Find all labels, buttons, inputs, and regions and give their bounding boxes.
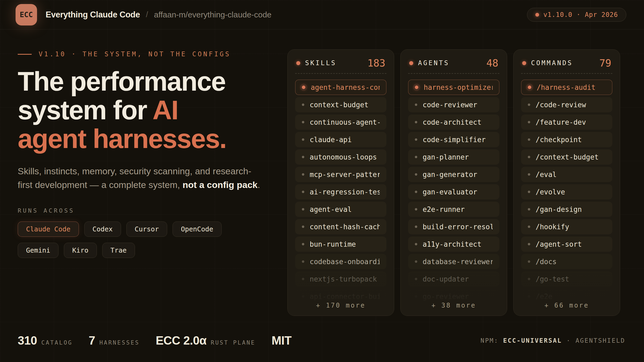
item-dot-icon [302,173,304,176]
item-dot-icon [528,278,530,280]
list-item[interactable]: /eval [521,167,612,182]
item-label: /gan-design [536,205,582,213]
list-item[interactable]: content-hash-cache-p… [295,219,386,234]
item-dot-icon [415,138,417,141]
harness-pill[interactable]: Cursor [126,221,167,237]
column-dot-icon [522,61,526,65]
list-item[interactable]: /docs [521,254,612,269]
harness-pills: Claude CodeCodexCursorOpenCodeGeminiKiro… [18,221,265,258]
harness-pill[interactable]: Trae [102,243,135,258]
footer-stat: MIT [272,334,291,347]
item-label: /docs [536,258,557,266]
list-item[interactable]: harness-optimizer [408,80,499,95]
list-item[interactable]: /agent-sort [521,237,612,252]
list-item[interactable]: doc-updater [408,271,499,287]
column-commands: COMMANDS79/harness-audit/code-review/fea… [513,49,620,316]
list-item[interactable]: database-reviewer [408,254,499,269]
list-item[interactable]: nextjs-turbopack [295,271,386,287]
item-label: /code-review [536,101,586,109]
list-item[interactable]: ai-regression-testing [295,184,386,200]
stat-label: CATALOG [41,339,73,346]
column-skills: SKILLS183agent-harness-constr…context-bu… [287,49,394,316]
list-item[interactable]: agent-harness-constr… [295,80,386,95]
list-item[interactable]: build-error-resolver [408,219,499,234]
headline-accent: agent harnesses. [18,124,226,154]
item-dot-icon [415,278,417,280]
harness-pill[interactable]: Codex [84,221,121,237]
list-item[interactable]: code-architect [408,114,499,130]
item-label: agent-harness-constr… [311,83,380,91]
list-item[interactable]: mcp-server-patterns [295,167,386,182]
item-label: /feature-dev [536,118,586,126]
stat-label: HARNESSES [99,339,140,346]
page-title: The performance system for AI agent harn… [18,67,273,153]
list-item[interactable]: /harness-audit [521,80,612,95]
column-count: 183 [367,57,385,69]
list-item[interactable]: bun-runtime [295,237,386,252]
item-label: bun-runtime [310,240,356,248]
list-item[interactable]: e2e-runner [408,202,499,217]
column-title: SKILLS [305,59,336,67]
item-label: content-hash-cache-p… [310,223,380,231]
runs-across-label: RUNS ACROSS [18,207,273,214]
harness-pill[interactable]: Kiro [64,243,97,258]
list-item[interactable]: /evolve [521,184,612,200]
list-item[interactable]: agent-eval [295,202,386,217]
stat-value: ECC 2.0α [156,334,206,347]
item-label: /eval [536,171,557,179]
stat-value: MIT [272,334,291,347]
list-item[interactable]: /gan-design [521,202,612,217]
app-logo[interactable]: ECC [16,4,37,25]
item-label: context-budget [310,101,368,109]
list-item[interactable]: gan-generator [408,167,499,182]
column-divider [408,73,499,74]
list-item[interactable]: claude-api [295,132,386,147]
item-dot-icon [302,191,304,193]
headline-accent: AI [152,95,178,125]
item-label: code-reviewer [423,101,477,109]
item-label: /harness-audit [537,83,595,91]
item-label: code-architect [423,118,481,126]
item-dot-icon [415,104,417,106]
npm-package: ECC-UNIVERSAL [503,337,562,344]
item-label: claude-api [310,136,352,144]
item-dot-icon [302,226,304,228]
item-dot-icon [302,104,304,106]
npm-label: NPM: [481,337,499,344]
npm-line: NPM: ECC-UNIVERSAL · AGENTSHIELD [481,337,625,344]
list-item[interactable]: a11y-architect [408,237,499,252]
item-label: e2e-runner [423,205,465,213]
list-item[interactable]: /feature-dev [521,114,612,130]
item-dot-icon [528,173,530,176]
harness-pill[interactable]: Claude Code [18,221,79,237]
more-count: + 170 more [288,302,394,309]
item-label: agent-eval [310,205,352,213]
list-item[interactable]: codebase-onboarding [295,254,386,269]
list-item[interactable]: gan-planner [408,149,499,165]
list-item[interactable]: context-budget [295,97,386,112]
list-item[interactable]: code-simplifier [408,132,499,147]
version-badge[interactable]: v1.10.0 · Apr 2026 [527,8,626,22]
list-item[interactable]: code-reviewer [408,97,499,112]
list-item[interactable]: gan-evaluator [408,184,499,200]
harness-pill[interactable]: Gemini [18,243,58,258]
stat-value: 310 [18,334,37,347]
list-item[interactable]: continuous-agent-loop [295,114,386,130]
footer-stat: ECC 2.0αRUST PLANE [156,334,255,347]
list-item[interactable]: /hookify [521,219,612,234]
app-title: Everything Claude Code [46,10,140,20]
column-title: COMMANDS [531,59,573,67]
item-dot-icon [415,226,417,228]
harness-pill[interactable]: OpenCode [173,221,221,237]
column-title: AGENTS [418,59,449,67]
item-dot-icon [415,121,417,123]
repo-breadcrumb[interactable]: affaan-m/everything-claude-code [154,10,272,19]
list-item[interactable]: /context-budget [521,149,612,165]
column-list: /harness-audit/code-review/feature-dev/c… [521,80,612,304]
list-item[interactable]: /code-review [521,97,612,112]
list-item[interactable]: /go-test [521,271,612,287]
hero-subtitle: Skills, instincts, memory, security scan… [18,164,273,192]
list-item[interactable]: autonomous-loops [295,149,386,165]
list-item[interactable]: /checkpoint [521,132,612,147]
item-dot-icon [302,86,305,89]
